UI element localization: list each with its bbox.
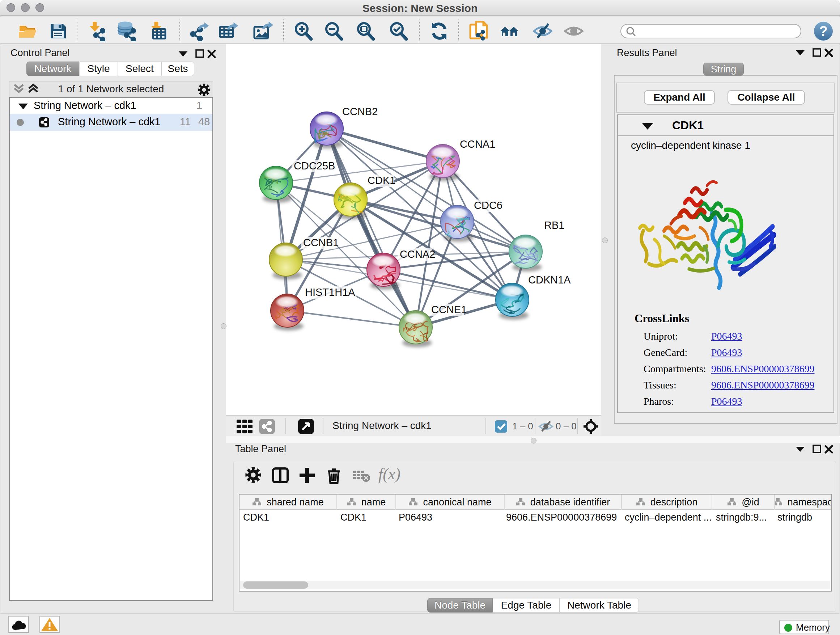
svg-text:CCNB2: CCNB2 <box>342 106 378 117</box>
svg-text:CCNB1: CCNB1 <box>303 237 339 249</box>
svg-text:CCNE1: CCNE1 <box>431 304 467 315</box>
svg-text:CDC25B: CDC25B <box>294 160 335 172</box>
svg-text:CDKN1A: CDKN1A <box>528 274 571 286</box>
svg-text:CDC6: CDC6 <box>474 200 502 211</box>
svg-text:RB1: RB1 <box>544 219 564 231</box>
svg-text:CCNA1: CCNA1 <box>460 138 495 150</box>
svg-text:CCNA2: CCNA2 <box>400 249 435 260</box>
svg-text:CDK1: CDK1 <box>368 174 395 186</box>
svg-text:HIST1H1A: HIST1H1A <box>305 287 355 298</box>
